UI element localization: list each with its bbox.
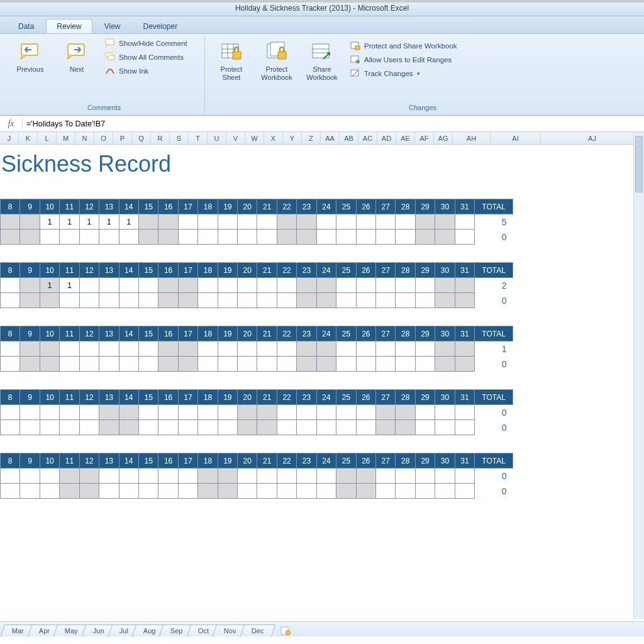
day-cell[interactable] [415, 230, 435, 245]
day-cell[interactable] [40, 484, 59, 499]
day-cell[interactable] [356, 278, 375, 293]
worksheet-area[interactable]: Sickness Record 891011121314151617181920… [0, 145, 644, 604]
day-cell[interactable]: 1 [99, 214, 119, 230]
day-cell[interactable] [396, 484, 415, 499]
day-cell[interactable] [138, 341, 158, 357]
day-cell[interactable] [1, 293, 20, 308]
day-cell[interactable] [396, 469, 415, 484]
day-cell[interactable] [40, 230, 59, 245]
day-cell[interactable] [316, 230, 336, 245]
day-cell[interactable] [79, 293, 99, 308]
day-cell[interactable] [99, 230, 119, 245]
day-cell[interactable] [99, 469, 119, 484]
day-cell[interactable] [20, 214, 40, 230]
day-cell[interactable] [336, 278, 356, 293]
day-cell[interactable] [20, 357, 40, 372]
day-cell[interactable] [218, 341, 237, 357]
day-cell[interactable] [238, 293, 257, 308]
day-cell[interactable] [297, 420, 316, 435]
day-cell[interactable] [198, 484, 218, 499]
day-cell[interactable] [277, 420, 296, 435]
day-cell[interactable] [435, 420, 455, 435]
column-header-AB[interactable]: AB [340, 132, 358, 144]
day-cell[interactable] [60, 484, 79, 499]
day-cell[interactable] [158, 230, 178, 245]
day-cell[interactable] [435, 214, 455, 230]
day-cell[interactable] [79, 230, 99, 245]
day-cell[interactable] [277, 230, 296, 245]
day-cell[interactable] [415, 405, 435, 420]
day-cell[interactable] [376, 214, 396, 230]
day-cell[interactable] [455, 405, 474, 420]
day-cell[interactable] [79, 278, 99, 293]
track-changes-button[interactable]: Track Changes ▾ [348, 68, 458, 79]
column-header-AD[interactable]: AD [377, 132, 396, 144]
day-cell[interactable] [257, 469, 277, 484]
column-header-X[interactable]: X [264, 132, 283, 144]
day-cell[interactable] [198, 214, 218, 230]
day-cell[interactable] [336, 405, 356, 420]
day-cell[interactable] [455, 484, 474, 499]
column-header-AC[interactable]: AC [358, 132, 377, 144]
day-cell[interactable] [297, 293, 316, 308]
day-cell[interactable] [455, 469, 474, 484]
day-cell[interactable] [119, 357, 138, 372]
day-cell[interactable] [238, 230, 257, 245]
show-ink-button[interactable]: Show Ink [103, 65, 189, 77]
day-cell[interactable] [218, 357, 237, 372]
day-cell[interactable]: 1 [79, 214, 99, 230]
day-cell[interactable]: 1 [60, 214, 79, 230]
day-cell[interactable] [316, 278, 336, 293]
day-cell[interactable] [356, 341, 375, 357]
day-cell[interactable] [218, 214, 237, 230]
day-cell[interactable] [178, 484, 197, 499]
day-cell[interactable] [158, 214, 178, 230]
day-cell[interactable] [198, 230, 218, 245]
column-header-J[interactable]: J [0, 132, 19, 144]
day-cell[interactable] [415, 469, 435, 484]
day-cell[interactable] [40, 341, 59, 357]
column-header-K[interactable]: K [19, 132, 38, 144]
day-cell[interactable] [60, 357, 79, 372]
day-cell[interactable] [119, 278, 138, 293]
day-cell[interactable] [178, 214, 197, 230]
day-cell[interactable] [356, 214, 375, 230]
vertical-scrollbar[interactable] [633, 132, 644, 619]
day-cell[interactable] [158, 469, 178, 484]
day-cell[interactable] [119, 230, 138, 245]
day-cell[interactable] [158, 278, 178, 293]
day-cell[interactable] [119, 293, 138, 308]
day-cell[interactable] [356, 230, 375, 245]
day-cell[interactable] [178, 469, 197, 484]
day-cell[interactable] [99, 278, 119, 293]
day-cell[interactable] [297, 230, 316, 245]
day-cell[interactable] [20, 420, 40, 435]
day-cell[interactable] [119, 469, 138, 484]
protect-and-share-workbook-button[interactable]: Protect and Share Workbook [348, 40, 458, 52]
day-cell[interactable] [1, 278, 20, 293]
day-cell[interactable] [238, 420, 257, 435]
day-cell[interactable] [435, 230, 455, 245]
day-cell[interactable]: 1 [60, 278, 79, 293]
day-cell[interactable] [119, 341, 138, 357]
day-cell[interactable] [138, 214, 158, 230]
day-cell[interactable] [40, 405, 59, 420]
day-cell[interactable] [238, 278, 257, 293]
day-cell[interactable] [218, 469, 237, 484]
day-cell[interactable] [1, 405, 20, 420]
day-cell[interactable] [376, 405, 396, 420]
day-cell[interactable] [435, 341, 455, 357]
column-header-W[interactable]: W [245, 132, 264, 144]
column-headers[interactable]: JKLMNOPQRSTUVWXYZAAABACADAEAFAGAHAIAJ [0, 132, 644, 145]
day-cell[interactable] [396, 293, 415, 308]
ribbon-tab-review[interactable]: Review [46, 19, 92, 33]
show-all-comments-button[interactable]: Show All Comments [103, 52, 189, 63]
day-cell[interactable] [297, 469, 316, 484]
day-cell[interactable] [316, 405, 336, 420]
column-header-O[interactable]: O [94, 132, 113, 144]
day-cell[interactable] [198, 293, 218, 308]
day-cell[interactable] [99, 341, 119, 357]
fx-icon[interactable]: fx [0, 119, 23, 129]
day-cell[interactable] [396, 230, 415, 245]
day-cell[interactable] [158, 357, 178, 372]
